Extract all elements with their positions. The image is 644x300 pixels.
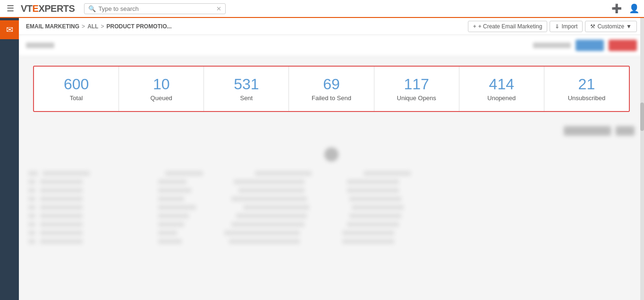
stat-label: Unique Opens (397, 94, 436, 102)
main-content: EMAIL MARKETING > All > Product Promotio… (19, 18, 644, 300)
email-icon: ✉ (6, 25, 13, 35)
sub-header: EMAIL MARKETING > All > Product Promotio… (19, 18, 644, 35)
breadcrumb: EMAIL MARKETING > All > Product Promotio… (26, 23, 171, 30)
stat-label: Unopened (487, 94, 516, 102)
stat-item-unsubscribed[interactable]: 21Unsubscribed (544, 67, 629, 111)
stat-item-unique-opens[interactable]: 117Unique Opens (374, 67, 459, 111)
create-email-marketing-button[interactable]: + + Create Email Marketing (468, 21, 548, 32)
breadcrumb-all[interactable]: All (87, 23, 98, 30)
stat-item-sent[interactable]: 531Sent (204, 67, 289, 111)
customize-button[interactable]: ⚒ Customize ▼ (585, 21, 637, 32)
stat-item-failed-to-send[interactable]: 69Failed to Send (289, 67, 374, 111)
import-button[interactable]: ⇓ Import (550, 21, 583, 32)
breadcrumb-module: EMAIL MARKETING (26, 23, 79, 30)
stat-label: Queued (151, 94, 172, 102)
wrench-icon: ⚒ (590, 23, 595, 30)
create-icon: + (473, 23, 476, 30)
stat-item-queued[interactable]: 10Queued (119, 67, 204, 111)
stat-label: Failed to Send (312, 94, 351, 102)
menu-icon[interactable]: ☰ (5, 1, 16, 16)
stat-value: 600 (64, 76, 89, 93)
stat-value: 10 (153, 76, 170, 93)
chevron-down-icon: ▼ (626, 23, 632, 30)
search-clear-icon[interactable]: ✕ (216, 5, 221, 12)
scrollbar-thumb[interactable] (640, 103, 644, 131)
stats-box: 600Total10Queued531Sent69Failed to Send1… (33, 66, 630, 112)
search-bar: 🔍 ✕ (84, 3, 226, 14)
stat-value: 414 (489, 76, 514, 93)
import-icon: ⇓ (555, 23, 559, 30)
records-table (19, 121, 644, 300)
stats-container: 600Total10Queued531Sent69Failed to Send1… (19, 56, 644, 121)
stat-value: 531 (234, 76, 259, 93)
record-info-bar (19, 35, 644, 56)
stat-value: 69 (323, 76, 340, 93)
top-navigation: ☰ VTEXPERTS 🔍 ✕ ➕ 👤 (0, 0, 644, 18)
add-icon[interactable]: ➕ (611, 3, 622, 14)
stat-value: 117 (404, 76, 429, 93)
sidebar-item-email-marketing[interactable]: ✉ (0, 20, 19, 39)
search-icon: 🔍 (88, 5, 96, 12)
breadcrumb-sep1: > (82, 23, 85, 30)
breadcrumb-sep2: > (101, 23, 104, 30)
nav-right-icons: ➕ 👤 (611, 3, 639, 14)
stat-item-unopened[interactable]: 414Unopened (459, 67, 544, 111)
logo: VTEXPERTS (21, 3, 75, 14)
sub-header-actions: + + Create Email Marketing ⇓ Import ⚒ Cu… (468, 21, 637, 32)
stat-label: Total (70, 94, 83, 102)
stat-item-total[interactable]: 600Total (34, 67, 119, 111)
stat-label: Unsubscribed (568, 94, 606, 102)
search-input[interactable] (98, 5, 216, 12)
breadcrumb-current: Product Promotio... (106, 23, 171, 30)
sidebar: ✉ (0, 18, 19, 300)
stat-label: Sent (240, 94, 253, 102)
stat-value: 21 (578, 76, 595, 93)
user-icon[interactable]: 👤 (629, 3, 639, 14)
scrollbar[interactable] (640, 18, 644, 300)
